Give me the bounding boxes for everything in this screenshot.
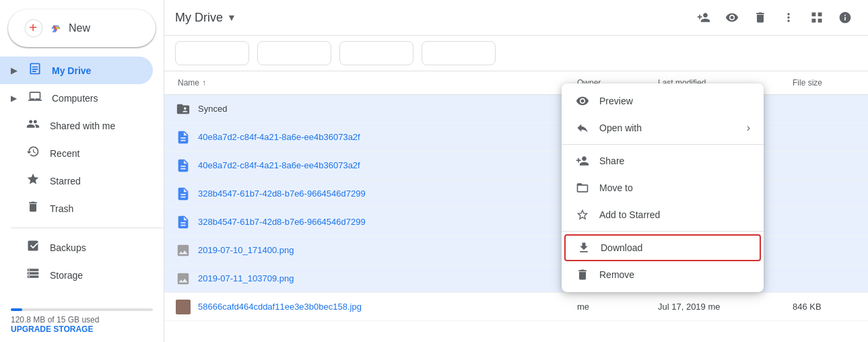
file-name-cell: 328b4547-61b7-42d8-b7e6-9664546d7299 [175, 186, 574, 202]
storage-bar-bg [11, 308, 153, 311]
sidebar-item-trash[interactable]: Trash [0, 195, 153, 222]
sidebar-recent-label: Recent [50, 148, 79, 159]
context-menu-item-download[interactable]: Download [564, 234, 761, 261]
main-content: My Drive ▼ [164, 0, 868, 342]
sidebar-item-storage[interactable]: Storage [0, 261, 153, 289]
grid-view-button[interactable] [805, 5, 829, 30]
context-menu-item-share[interactable]: Share [562, 147, 764, 174]
file-name: 2019-07-10_171400.png [198, 245, 294, 255]
file-name-cell: Synced [175, 101, 574, 117]
folder-chip-4[interactable] [422, 41, 496, 65]
add-people-button[interactable] [692, 5, 716, 30]
header-actions [692, 5, 857, 30]
context-menu-label: Open with [599, 123, 642, 133]
sidebar-item-starred[interactable]: Starred [0, 167, 153, 195]
header-title-group: My Drive ▼ [175, 11, 236, 25]
folder-chip-2[interactable] [257, 41, 331, 65]
modified-cell: Jul 17, 2019 me [655, 302, 790, 312]
backups-icon [26, 239, 40, 256]
sidebar-item-recent[interactable]: Recent [0, 139, 153, 167]
context-menu-divider [562, 231, 764, 232]
shared-icon [26, 117, 40, 134]
expand-icon: ▶ [11, 66, 17, 75]
file-type-icon [175, 242, 191, 259]
file-name-cell: 2019-07-10_171400.png [175, 242, 574, 259]
doc-icon [176, 130, 191, 145]
remove-icon [575, 268, 590, 281]
owner-cell: me [574, 302, 655, 312]
recent-icon [26, 145, 40, 162]
file-name: 40e8a7d2-c84f-4a21-8a6e-ee4b36073a2f [198, 160, 360, 170]
sidebar-item-computers[interactable]: ▶ Computers [0, 84, 153, 112]
image-thumb-icon [176, 300, 191, 314]
storage-icon [26, 267, 40, 283]
file-type-icon [175, 299, 191, 315]
folder-strip [164, 36, 868, 71]
new-button[interactable]: + New [8, 9, 156, 47]
starred-icon [26, 172, 40, 189]
expand-icon-computers: ▶ [11, 94, 17, 103]
context-menu-item-move-to[interactable]: Move to [562, 174, 764, 201]
preview-icon [575, 94, 590, 108]
doc-icon [176, 215, 191, 230]
my-drive-icon [28, 62, 42, 79]
file-name-cell: 328b4547-61b7-42d8-b7e6-9664546d7299 [175, 214, 574, 230]
info-button[interactable] [833, 5, 857, 30]
context-menu-item-preview[interactable]: Preview [562, 88, 764, 114]
file-type-icon [175, 186, 191, 202]
table-row[interactable]: 58666cafd464cddaf11ee3e3b0bec158.jpg me … [164, 293, 868, 321]
sidebar-item-shared[interactable]: Shared with me [0, 112, 153, 139]
computers-icon [28, 90, 42, 106]
file-name-cell: 40e8a7d2-c84f-4a21-8a6e-ee4b36073a2f [175, 129, 574, 145]
sidebar: + New ▶ My Drive ▶ Computers Shared with… [0, 0, 164, 342]
submenu-arrow: › [747, 122, 750, 134]
sidebar-shared-label: Shared with me [50, 121, 115, 131]
context-menu-label: Share [599, 156, 624, 166]
file-type-icon [175, 101, 191, 117]
trash-icon [26, 200, 40, 217]
col-size: File size [790, 74, 857, 92]
header-chevron[interactable]: ▼ [227, 12, 236, 23]
context-menu-divider [562, 144, 764, 145]
folder-chip-3[interactable] [339, 41, 413, 65]
move-to-icon [575, 181, 590, 195]
file-name: 328b4547-61b7-42d8-b7e6-9664546d7299 [198, 189, 366, 199]
delete-button[interactable] [748, 5, 772, 30]
folder-chip-1[interactable] [175, 41, 249, 65]
preview-button[interactable] [720, 5, 744, 30]
sidebar-divider [11, 228, 164, 228]
file-type-icon [175, 129, 191, 145]
context-menu-item-open-with[interactable]: Open with› [562, 114, 764, 141]
file-type-icon [175, 214, 191, 230]
share-icon [575, 154, 590, 168]
image-icon [176, 271, 191, 286]
starred-icon [575, 208, 590, 221]
storage-used-text: 120.8 MB of 15 GB used [11, 315, 153, 324]
storage-info: 120.8 MB of 15 GB used UPGRADE STORAGE [0, 296, 164, 342]
sidebar-item-my-drive[interactable]: ▶ My Drive [0, 57, 153, 84]
storage-bar-fill [11, 308, 22, 311]
context-menu-item-remove[interactable]: Remove [562, 261, 764, 288]
upgrade-storage-link[interactable]: UPGRADE STORAGE [11, 324, 93, 334]
context-menu-label: Preview [599, 96, 633, 106]
sidebar-backups-label: Backups [50, 242, 86, 253]
header-title: My Drive [175, 11, 223, 25]
sidebar-item-backups[interactable]: Backups [0, 234, 153, 261]
file-table: Name ↑ Owner Last modified File size Syn… [164, 71, 868, 342]
sidebar-starred-label: Starred [50, 176, 81, 186]
main-header: My Drive ▼ [164, 0, 868, 36]
file-name-cell: 58666cafd464cddaf11ee3e3b0bec158.jpg [175, 299, 574, 315]
context-menu-item-add-to-starred[interactable]: Add to Starred [562, 201, 764, 228]
more-options-button[interactable] [776, 5, 801, 30]
context-menu: PreviewOpen with›ShareMove toAdd to Star… [562, 83, 764, 292]
file-name: Synced [198, 104, 227, 114]
size-cell: 846 KB [790, 302, 857, 312]
file-name-cell: 2019-07-11_103709.png [175, 271, 574, 287]
context-menu-label: Add to Starred [599, 209, 660, 220]
gdrive-logo [50, 22, 62, 34]
file-name: 58666cafd464cddaf11ee3e3b0bec158.jpg [198, 302, 362, 312]
col-name: Name ↑ [175, 74, 574, 92]
open-with-icon [575, 121, 590, 135]
context-menu-label: Remove [599, 269, 634, 280]
svg-text:+: + [29, 20, 37, 35]
